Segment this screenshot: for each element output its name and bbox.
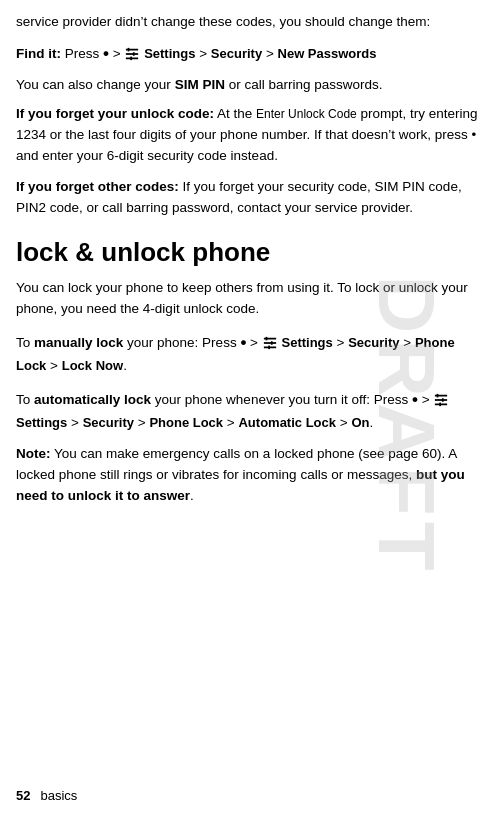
nav-settings: Settings bbox=[144, 46, 195, 61]
forget-unlock-text1: At the bbox=[214, 106, 256, 121]
enter-unlock-code-prompt: Enter Unlock Code bbox=[256, 107, 357, 121]
simpin-text-after: or call barring passwords. bbox=[225, 77, 383, 92]
findit-line: Find it: Press • > Settings > Security > bbox=[16, 41, 485, 67]
auto-lock-label: automatically lock bbox=[34, 392, 151, 407]
footer-page-number: 52 bbox=[16, 788, 30, 803]
svg-rect-17 bbox=[440, 403, 442, 407]
footer: 52 basics bbox=[0, 788, 501, 803]
auto-security: Security bbox=[83, 415, 134, 430]
auto-automatic-lock: Automatic Lock bbox=[238, 415, 336, 430]
settings-icon-2 bbox=[263, 336, 277, 350]
manual-gt-1: > bbox=[246, 335, 261, 350]
auto-phone-lock: Phone Lock bbox=[149, 415, 223, 430]
svg-rect-3 bbox=[128, 48, 130, 52]
section-heading: lock & unlock phone bbox=[16, 237, 485, 268]
manual-lock-label: manually lock bbox=[34, 335, 123, 350]
svg-rect-1 bbox=[126, 53, 138, 55]
nav-new-passwords: New Passwords bbox=[278, 46, 377, 61]
simpin-text-before: You can also change your bbox=[16, 77, 175, 92]
settings-icon-1 bbox=[125, 47, 139, 61]
note-para: Note: You can make emergency calls on a … bbox=[16, 444, 485, 507]
nav-security-1: Security bbox=[211, 46, 262, 61]
footer-section-label: basics bbox=[40, 788, 77, 803]
intro-text: service provider didn’t change these cod… bbox=[16, 12, 485, 33]
auto-text-before: To bbox=[16, 392, 34, 407]
simpin-line: You can also change your SIM PIN or call… bbox=[16, 75, 485, 96]
manual-lock-para: To manually lock your phone: Press • > S… bbox=[16, 330, 485, 377]
note-period: . bbox=[190, 488, 194, 503]
svg-rect-13 bbox=[435, 399, 447, 401]
forget-unlock-para: If you forget your unlock code: At the E… bbox=[16, 104, 485, 167]
note-label: Note: bbox=[16, 446, 51, 461]
findit-label: Find it: bbox=[16, 46, 61, 61]
svg-rect-4 bbox=[133, 52, 135, 56]
svg-rect-15 bbox=[437, 394, 439, 398]
sim-pin-label: SIM PIN bbox=[175, 77, 225, 92]
auto-gt-1: > bbox=[418, 392, 433, 407]
nav-path-text: Press • > Settings > Security > New Pass… bbox=[65, 46, 377, 61]
manual-text-before: To bbox=[16, 335, 34, 350]
body-text-1: You can lock your phone to keep others f… bbox=[16, 278, 485, 320]
svg-rect-11 bbox=[268, 346, 270, 350]
svg-rect-10 bbox=[271, 341, 273, 345]
svg-rect-9 bbox=[265, 337, 267, 341]
manual-security: Security bbox=[348, 335, 399, 350]
svg-rect-16 bbox=[442, 399, 444, 403]
svg-rect-7 bbox=[264, 342, 276, 344]
manual-text-after-pre: your phone: Press bbox=[123, 335, 240, 350]
auto-lock-para: To automatically lock your phone wheneve… bbox=[16, 387, 485, 434]
forget-unlock-label: If you forget your unlock code: bbox=[16, 106, 214, 121]
svg-rect-5 bbox=[131, 57, 133, 61]
auto-settings: Settings bbox=[16, 415, 67, 430]
auto-on: On bbox=[351, 415, 369, 430]
forget-codes-para: If you forget other codes: If you forget… bbox=[16, 177, 485, 219]
settings-icon-3 bbox=[434, 393, 448, 407]
manual-settings: Settings bbox=[282, 335, 333, 350]
forget-codes-label: If you forget other codes: bbox=[16, 179, 179, 194]
manual-lock-now: Lock Now bbox=[62, 358, 123, 373]
note-text: You can make emergency calls on a locked… bbox=[16, 446, 457, 482]
auto-text-after-pre: your phone whenever you turn it off: Pre… bbox=[151, 392, 412, 407]
